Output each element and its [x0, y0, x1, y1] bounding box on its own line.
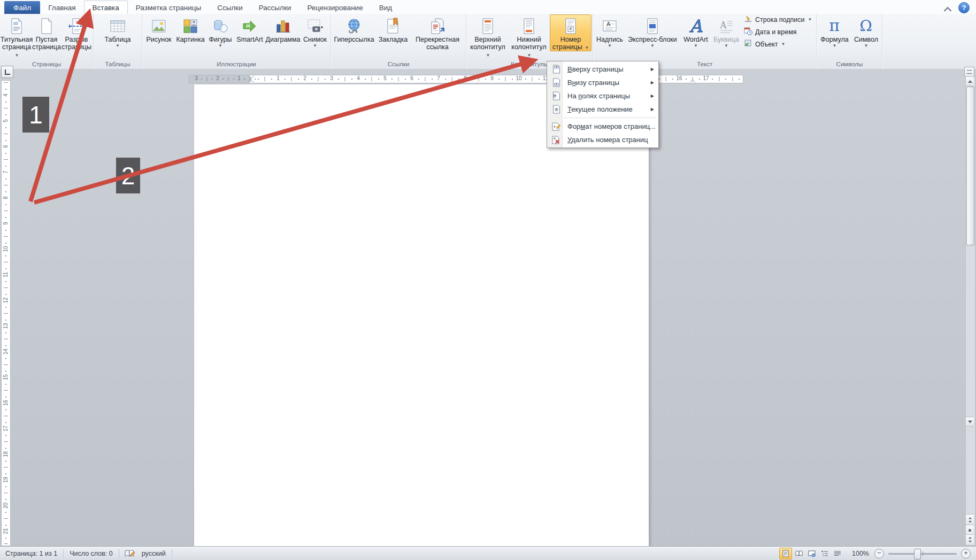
menu-item-top-of-page[interactable]: # Вверху страницы ▶ [547, 63, 658, 76]
document-area: 3211234567891011121314151617 45678910111… [0, 69, 976, 546]
drop-cap-icon: A [718, 17, 735, 36]
quick-parts-icon [644, 17, 661, 36]
screenshot-button[interactable]: Снимок▼ [301, 14, 329, 48]
scrollbar-thumb[interactable] [966, 87, 974, 245]
object-button[interactable]: Объект ▼ [744, 39, 812, 49]
document-page[interactable] [194, 84, 649, 546]
web-layout-view-button[interactable] [806, 548, 818, 559]
zoom-slider: − + [874, 549, 971, 558]
proofing-status-icon[interactable] [124, 549, 135, 558]
ruler-toggle-button[interactable] [964, 67, 974, 77]
date-time-button[interactable]: Дата и время [744, 27, 812, 37]
minimize-ribbon-icon[interactable] [944, 8, 951, 12]
zoom-out-button[interactable]: − [874, 549, 884, 558]
wordart-button[interactable]: A WordArt▼ [680, 14, 712, 48]
group-links: Гиперссылка Закладка Перекрестнаяссылка … [331, 14, 466, 69]
help-icon[interactable]: ? [958, 2, 970, 13]
menu-item-format-page-numbers[interactable]: # Формат номеров страниц... [547, 120, 658, 133]
menu-item-page-margins[interactable]: # На полях страницы ▶ [547, 89, 658, 103]
chart-button[interactable]: Диаграмма [265, 14, 301, 43]
clipart-icon [182, 17, 199, 36]
drop-cap-button[interactable]: A Буквица▼ [712, 14, 741, 48]
footer-button[interactable]: Нижнийколонтитул ▼ [508, 14, 550, 58]
shapes-button[interactable]: Фигуры▼ [206, 14, 234, 48]
horizontal-ruler[interactable]: 3211234567891011121314151617 [189, 75, 743, 83]
ribbon: Титульнаястраница ▼ Пустаястраница Разры… [0, 14, 976, 69]
vertical-ruler[interactable]: 456789101112131415161718192021 [1, 80, 11, 546]
bookmark-button[interactable]: Закладка [376, 14, 410, 43]
dropdown-caret-icon: ▼ [585, 46, 589, 50]
group-symbols: π Формула▼ Ω Символ▼ Символы [817, 14, 882, 69]
symbol-button[interactable]: Ω Символ▼ [851, 14, 881, 48]
shapes-icon [212, 17, 229, 36]
cover-page-button[interactable]: Титульнаястраница ▼ [1, 14, 32, 58]
chart-icon [274, 17, 291, 36]
print-layout-view-button[interactable] [779, 548, 792, 559]
next-page-button[interactable] [966, 534, 974, 545]
dropdown-caret-icon: ▼ [596, 44, 623, 48]
submenu-arrow-icon: ▶ [651, 80, 654, 85]
page-number-top-icon: # [550, 65, 562, 74]
dropdown-caret-icon: ▼ [854, 44, 878, 48]
full-screen-reading-view-button[interactable] [793, 548, 805, 559]
cross-reference-button[interactable]: Перекрестнаяссылка [410, 14, 465, 51]
group-label-links: Ссылки [331, 60, 466, 69]
zoom-level-label[interactable]: 100% [852, 550, 869, 557]
vertical-scrollbar[interactable] [965, 76, 975, 546]
tab-selector-button[interactable] [1, 66, 13, 78]
cross-reference-icon [429, 17, 446, 36]
dropdown-caret-icon: ▼ [683, 44, 708, 48]
bookmark-icon [385, 17, 402, 36]
menu-item-bottom-of-page[interactable]: # Внизу страницы ▶ [547, 76, 658, 89]
dropdown-caret-icon: ▼ [781, 42, 786, 46]
format-page-numbers-icon: # [550, 122, 562, 131]
word-window: Файл Главная Вставка Разметка страницы С… [0, 0, 976, 560]
page-count-status[interactable]: Страница: 1 из 1 [4, 550, 58, 557]
remove-page-numbers-icon: # [550, 135, 562, 144]
table-button[interactable]: Таблица▼ [95, 14, 141, 48]
menu-item-current-position[interactable]: # Текущее положение ▶ [547, 103, 658, 116]
ribbon-tab-bar: Файл Главная Вставка Разметка страницы С… [0, 0, 976, 14]
smartart-button[interactable]: SmartArt [234, 14, 265, 43]
dropdown-caret-icon: ▼ [15, 53, 19, 58]
hyperlink-button[interactable]: Гиперссылка [332, 14, 376, 43]
quick-parts-button[interactable]: Экспресс-блоки▼ [625, 14, 680, 48]
scroll-down-button[interactable] [966, 417, 974, 426]
tab-mailings[interactable]: Рассылки [251, 1, 299, 14]
blank-page-button[interactable]: Пустаястраница [32, 14, 61, 51]
clipart-button[interactable]: Картинка [174, 14, 206, 43]
tab-references[interactable]: Ссылки [209, 1, 251, 14]
wordart-icon: A [687, 17, 704, 36]
draft-view-button[interactable] [832, 548, 843, 559]
svg-text:π: π [829, 17, 840, 35]
word-count-status[interactable]: Число слов: 0 [68, 550, 114, 557]
signature-line-button[interactable]: Строка подписи ▼ [744, 14, 812, 25]
page-break-button[interactable]: Разрывстраницы [61, 14, 92, 51]
header-button[interactable]: Верхнийколонтитул ▼ [467, 14, 508, 58]
previous-page-button[interactable] [966, 514, 974, 524]
select-browse-object-button[interactable] [966, 525, 974, 535]
picture-icon [150, 17, 167, 36]
scroll-up-button[interactable] [966, 77, 974, 86]
cover-page-icon [8, 17, 25, 36]
menu-item-remove-page-numbers[interactable]: # Удалить номера страниц [547, 133, 658, 146]
outline-view-button[interactable] [819, 548, 831, 559]
tab-insert[interactable]: Вставка [84, 1, 128, 14]
zoom-in-button[interactable]: + [961, 549, 971, 558]
picture-button[interactable]: Рисунок [143, 14, 174, 43]
equation-button[interactable]: π Формула▼ [818, 14, 851, 48]
tab-review[interactable]: Рецензирование [299, 1, 371, 14]
view-shortcuts [779, 548, 843, 559]
left-tab-icon [5, 69, 10, 75]
zoom-slider-thumb[interactable] [914, 549, 921, 559]
text-box-button[interactable]: A Надпись▼ [594, 14, 625, 48]
group-label-tables: Таблицы [94, 60, 142, 69]
zoom-slider-track[interactable] [888, 553, 957, 555]
object-icon [744, 39, 752, 49]
tab-page-layout[interactable]: Разметка страницы [128, 1, 209, 14]
tab-home[interactable]: Главная [40, 1, 83, 14]
tab-file[interactable]: Файл [4, 1, 40, 14]
language-status[interactable]: русский [141, 550, 167, 557]
page-number-button[interactable]: # Номерстраницы ▼ [550, 14, 591, 51]
tab-view[interactable]: Вид [371, 1, 400, 14]
